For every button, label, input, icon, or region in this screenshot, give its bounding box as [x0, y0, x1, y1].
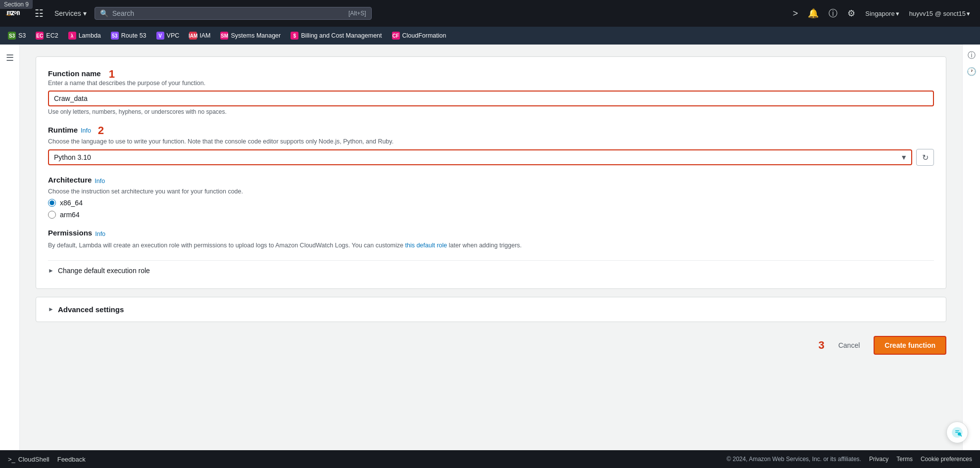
ec2-icon: EC	[36, 32, 44, 40]
service-tag-route53[interactable]: 53 Route 53	[107, 30, 150, 41]
architecture-group: Architecture Info Choose the instruction…	[48, 176, 934, 219]
chatbot-button[interactable]	[946, 421, 968, 443]
search-shortcut: [Alt+S]	[348, 10, 366, 17]
search-input[interactable]	[112, 9, 344, 17]
service-tag-vpc[interactable]: V VPC	[152, 30, 184, 41]
runtime-label: Runtime	[48, 126, 78, 134]
runtime-header: Runtime Info 2	[48, 125, 934, 136]
runtime-select[interactable]: Python 3.10 Python 3.11 Python 3.9 Node.…	[48, 149, 912, 165]
info-panel-icon[interactable]: ⓘ	[968, 50, 976, 61]
iam-icon: IAM	[189, 32, 197, 40]
help-icon[interactable]: ⓘ	[825, 5, 841, 21]
settings-icon[interactable]: ⚙	[843, 6, 859, 21]
iam-label: IAM	[199, 32, 210, 39]
advanced-settings-card: ► Advanced settings	[36, 297, 946, 322]
service-tag-iam[interactable]: IAM IAM	[185, 30, 214, 41]
advanced-settings-header[interactable]: ► Advanced settings	[48, 305, 934, 314]
services-chevron-icon: ▾	[83, 9, 87, 17]
route53-icon: 53	[111, 32, 119, 40]
right-sidebar: ⓘ 🕐	[962, 45, 980, 450]
cancel-button[interactable]: Cancel	[831, 337, 868, 353]
user-label: huyvv15 @ sonct15	[909, 10, 966, 17]
billing-label: Billing and Cost Management	[301, 32, 382, 39]
main-wrapper: ☰ Function name 1 Enter a name that desc…	[0, 45, 980, 450]
nav-right-actions: > 🔔 ⓘ ⚙ Singapore ▾ huyvv15 @ sonct15 ▾	[789, 5, 974, 21]
function-name-input[interactable]	[48, 91, 934, 106]
main-content: Function name 1 Enter a name that descri…	[20, 45, 962, 450]
user-menu[interactable]: huyvv15 @ sonct15 ▾	[905, 8, 974, 19]
permissions-info-link[interactable]: Info	[95, 231, 105, 237]
function-name-card: Function name 1 Enter a name that descri…	[36, 56, 946, 289]
create-function-button[interactable]: Create function	[874, 336, 946, 355]
sidebar-toggle-icon[interactable]: ☰	[6, 52, 14, 63]
region-label: Singapore	[865, 10, 894, 17]
architecture-desc: Choose the instruction set architecture …	[48, 188, 934, 195]
permissions-desc-text: By default, Lambda will create an execut…	[48, 242, 403, 249]
region-chevron-icon: ▾	[896, 10, 899, 17]
vpc-label: VPC	[167, 32, 180, 39]
user-chevron-icon: ▾	[967, 10, 970, 17]
runtime-select-wrap: Python 3.10 Python 3.11 Python 3.9 Node.…	[48, 149, 912, 165]
cloudformation-label: CloudFormation	[402, 32, 446, 39]
change-execution-role-toggle[interactable]: ► Change default execution role	[48, 260, 934, 277]
chatbot-icon	[951, 426, 964, 439]
runtime-row: Python 3.10 Python 3.11 Python 3.9 Node.…	[48, 149, 934, 166]
architecture-info-link[interactable]: Info	[95, 178, 105, 185]
ec2-label: EC2	[46, 32, 58, 39]
billing-icon: $	[291, 32, 298, 40]
architecture-radio-group: x86_64 arm64	[48, 199, 934, 219]
systems-manager-icon: SM	[220, 32, 228, 40]
annotation-3: 3	[818, 340, 824, 351]
runtime-desc: Choose the language to use to write your…	[48, 138, 934, 145]
service-tag-cloudformation[interactable]: CF CloudFormation	[388, 30, 450, 41]
history-icon[interactable]: 🕐	[967, 67, 977, 76]
permissions-header: Permissions Info	[48, 229, 934, 239]
permissions-desc2-text: later when adding triggers.	[449, 242, 522, 249]
radio-arm64-label: arm64	[60, 211, 80, 219]
lambda-label: Lambda	[79, 32, 101, 39]
top-navigation: ☷ Services ▾ 🔍 [Alt+S] > 🔔 ⓘ ⚙ Singapore…	[0, 0, 980, 27]
action-bar: 3 Cancel Create function	[36, 330, 946, 359]
systems-manager-label: Systems Manager	[231, 32, 281, 39]
sidebar-toggle[interactable]: ☰	[0, 45, 20, 450]
service-tag-ec2[interactable]: EC EC2	[32, 30, 62, 41]
runtime-info-link[interactable]: Info	[81, 127, 91, 134]
apps-menu-icon[interactable]: ☷	[32, 5, 47, 21]
annotation-1: 1	[109, 69, 115, 80]
service-tag-lambda[interactable]: λ Lambda	[64, 30, 105, 41]
services-shortcut-bar: S3 S3 EC EC2 λ Lambda 53 Route 53 V VPC …	[0, 27, 980, 45]
service-tag-billing[interactable]: $ Billing and Cost Management	[287, 30, 386, 41]
s3-label: S3	[18, 32, 26, 39]
radio-arm64-input[interactable]	[48, 211, 56, 219]
runtime-group: Runtime Info 2 Choose the language to us…	[48, 125, 934, 166]
search-icon: 🔍	[100, 9, 108, 17]
radio-arm64[interactable]: arm64	[48, 211, 934, 219]
section-tab: Section 9	[0, 0, 33, 9]
s3-icon: S3	[8, 32, 16, 40]
service-tag-systems-manager[interactable]: SM Systems Manager	[216, 30, 285, 41]
cloudformation-icon: CF	[392, 32, 400, 40]
radio-x86[interactable]: x86_64	[48, 199, 934, 207]
permissions-group: Permissions Info By default, Lambda will…	[48, 229, 934, 250]
advanced-arrow-icon: ►	[48, 306, 54, 313]
region-selector[interactable]: Singapore ▾	[861, 8, 903, 19]
function-name-label: Function name	[48, 69, 101, 78]
permissions-label: Permissions	[48, 229, 92, 237]
notifications-icon[interactable]: 🔔	[804, 6, 823, 21]
services-menu[interactable]: Services ▾	[50, 7, 91, 19]
service-tag-s3[interactable]: S3 S3	[4, 30, 30, 41]
lambda-icon: λ	[68, 32, 76, 40]
radio-x86-label: x86_64	[60, 199, 83, 207]
architecture-label: Architecture	[48, 176, 92, 184]
search-bar[interactable]: 🔍 [Alt+S]	[95, 7, 372, 20]
function-name-desc: Enter a name that describes the purpose …	[48, 80, 934, 87]
runtime-refresh-button[interactable]: ↻	[916, 149, 934, 166]
permissions-role-link[interactable]: this default role	[405, 242, 447, 249]
function-name-hint: Use only letters, numbers, hyphens, or u…	[48, 108, 934, 115]
route53-label: Route 53	[121, 32, 147, 39]
vpc-icon: V	[156, 32, 164, 40]
change-execution-role-label: Change default execution role	[58, 267, 150, 275]
cloudshell-nav-icon[interactable]: >	[789, 6, 802, 21]
architecture-header: Architecture Info	[48, 176, 934, 186]
radio-x86-input[interactable]	[48, 199, 56, 207]
